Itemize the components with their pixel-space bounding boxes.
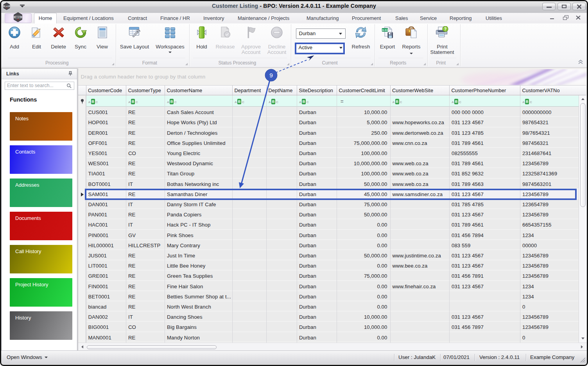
svg-text:9: 9 (269, 72, 273, 79)
